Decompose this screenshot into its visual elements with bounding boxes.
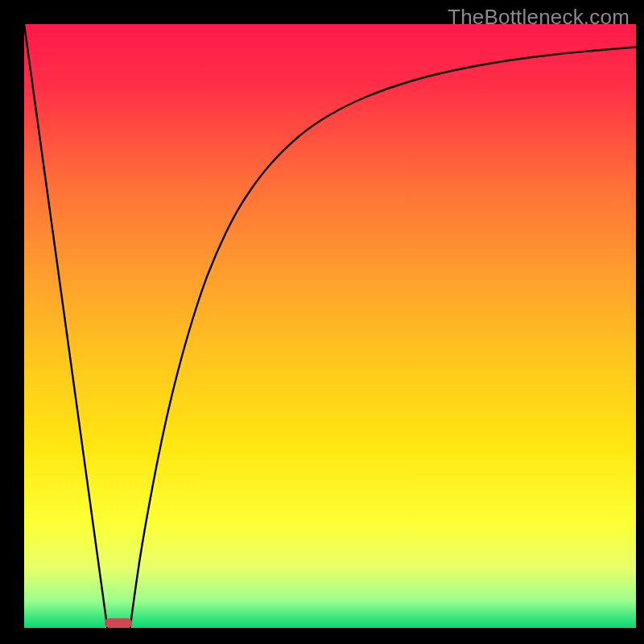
watermark-text: TheBottleneck.com [448, 5, 630, 30]
chart-root: TheBottleneck.com [0, 0, 644, 644]
bottleneck-chart [0, 0, 644, 644]
optimal-marker [105, 618, 132, 628]
